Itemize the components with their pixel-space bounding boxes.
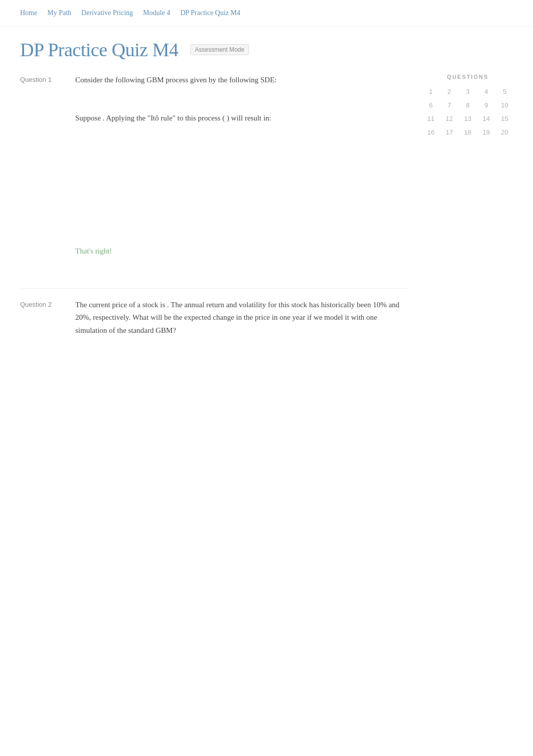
question-grid-item-18[interactable]: 18: [460, 127, 476, 138]
question-grid-item-1[interactable]: 1: [423, 86, 439, 97]
question-grid-item-13[interactable]: 13: [460, 113, 476, 124]
page-title: DP Practice Quiz M4: [20, 39, 178, 61]
question-1-label: Question 1: [20, 74, 75, 263]
question-grid-item-14[interactable]: 14: [478, 113, 494, 124]
question-grid-item-9[interactable]: 9: [478, 99, 494, 111]
question-block-2: Question 2 The current price of a stock …: [20, 299, 408, 352]
question-block-1: Question 1 Consider the following GBM pr…: [20, 74, 408, 273]
question-grid-item-2[interactable]: 2: [441, 86, 458, 97]
question-number-grid: 1234567891011121314151617181920: [423, 86, 513, 138]
question-2-label: Question 2: [20, 299, 75, 342]
breadcrumb-module-4[interactable]: Module 4: [143, 9, 170, 17]
question-1-text: Consider the following GBM process given…: [75, 74, 408, 87]
question-grid-item-17[interactable]: 17: [441, 127, 458, 138]
question-grid-item-12[interactable]: 12: [441, 113, 458, 124]
questions-sidebar: QUESTIONS 123456789101112131415161718192…: [423, 74, 513, 367]
question-divider: [20, 288, 408, 289]
assessment-badge: Assessment Mode: [190, 44, 249, 55]
questions-area: Question 1 Consider the following GBM pr…: [20, 74, 408, 367]
question-1-content: Consider the following GBM process given…: [75, 74, 408, 263]
question-grid-item-3[interactable]: 3: [460, 86, 476, 97]
questions-sidebar-label: QUESTIONS: [423, 74, 513, 80]
question-grid-item-7[interactable]: 7: [441, 99, 458, 111]
breadcrumb-derivative-pricing[interactable]: Derivative Pricing: [81, 9, 133, 17]
question-grid-item-15[interactable]: 15: [496, 113, 513, 124]
question-grid-item-20[interactable]: 20: [496, 127, 513, 138]
page-header: DP Practice Quiz M4 Assessment Mode: [0, 27, 533, 69]
question-grid-item-6[interactable]: 6: [423, 99, 439, 111]
question-grid-item-10[interactable]: 10: [496, 99, 513, 111]
question-2-content: The current price of a stock is . The an…: [75, 299, 408, 342]
breadcrumb-my-path[interactable]: My Path: [47, 9, 71, 17]
question-2-text: The current price of a stock is . The an…: [75, 299, 408, 337]
question-grid-item-11[interactable]: 11: [423, 113, 439, 124]
breadcrumb-quiz[interactable]: DP Practice Quiz M4: [180, 9, 240, 17]
breadcrumb: Home My Path Derivative Pricing Module 4…: [0, 0, 533, 27]
question-1-feedback: That's right!: [75, 245, 408, 258]
main-content: Question 1 Consider the following GBM pr…: [0, 69, 533, 372]
question-grid-item-16[interactable]: 16: [423, 127, 439, 138]
question-grid-item-4[interactable]: 4: [478, 86, 494, 97]
question-grid-item-19[interactable]: 19: [478, 127, 494, 138]
breadcrumb-home[interactable]: Home: [20, 9, 37, 17]
question-grid-item-8[interactable]: 8: [460, 99, 476, 111]
question-grid-item-5[interactable]: 5: [496, 86, 513, 97]
question-1-subtext: Suppose . Applying the "Itô rule" to thi…: [75, 112, 408, 125]
